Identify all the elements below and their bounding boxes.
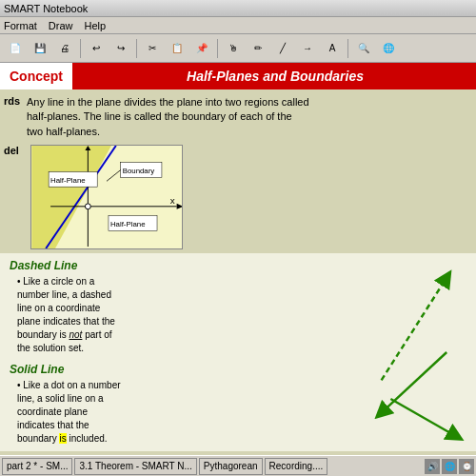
taskbar-btn-2[interactable]: 3.1 Theorem - SMART N... <box>74 458 196 475</box>
svg-line-20 <box>390 399 456 436</box>
title-bar: SMART Notebook <box>0 0 476 17</box>
svg-point-8 <box>85 204 90 209</box>
solid-text1: Like a dot on a number <box>23 380 120 390</box>
toolbar-btn-zoom[interactable]: 🔍 <box>352 37 375 60</box>
words-line1: Any line in the plane divides the plane … <box>27 96 309 108</box>
graph-svg: x Half-Plane Half-Plane Boundary <box>31 146 182 248</box>
dashed-line-title: Dashed Line <box>10 259 343 272</box>
toolbar-btn-select[interactable]: 🖱 <box>222 37 245 60</box>
toolbar-sep-4 <box>347 39 348 58</box>
words-label: rds <box>0 95 27 139</box>
taskbar-btn-4[interactable]: Recording.... <box>265 458 328 475</box>
toolbar-sep-1 <box>80 39 81 58</box>
menu-bar: Format Draw Help <box>0 17 476 34</box>
menu-help[interactable]: Help <box>85 20 107 31</box>
toolbar-btn-text[interactable]: A <box>321 37 344 60</box>
lower-section: Dashed Line Like a circle on a number li… <box>0 253 476 451</box>
toolbar-sep-3 <box>217 39 218 58</box>
taskbar-right: 🔊 🌐 ⌚ <box>425 459 474 474</box>
menu-draw[interactable]: Draw <box>49 20 73 31</box>
svg-text:Half-Plane: Half-Plane <box>110 221 146 229</box>
toolbar-btn-arrow[interactable]: → <box>296 37 319 60</box>
main-content: Concept Half-Planes and Boundaries rds A… <box>0 63 476 455</box>
solid-bullet: Like a dot on a number line, a solid lin… <box>10 379 343 446</box>
words-line2: half-planes. The line is called the boun… <box>27 110 292 122</box>
toolbar-btn-2[interactable]: 💾 <box>29 37 51 60</box>
toolbar-btn-paste[interactable]: 📌 <box>190 37 213 60</box>
toolbar-btn-3[interactable]: 🖨 <box>53 37 76 60</box>
dashed-text3: line on a coordinate <box>17 303 100 313</box>
dashed-bullet: Like a circle on a number line, a dashed… <box>10 275 343 355</box>
words-section: rds Any line in the plane divides the pl… <box>0 89 476 143</box>
solid-line-title: Solid Line <box>10 363 343 376</box>
model-label: del <box>0 145 27 249</box>
solid-text3: coordinate plane <box>17 407 88 417</box>
toolbar-btn-pen[interactable]: ✏ <box>247 37 269 60</box>
solid-text4: indicates that the <box>17 420 89 430</box>
solid-text5: boundary <box>17 433 57 444</box>
svg-text:Boundary: Boundary <box>123 168 155 176</box>
solid-text2: line, a solid line on a <box>17 393 104 404</box>
arrows-svg <box>352 259 466 446</box>
words-line3: two half-planes. <box>27 126 100 137</box>
concept-title: Half-Planes and Boundaries <box>74 63 476 89</box>
dashed-text2: number line, a dashed <box>17 289 111 300</box>
toolbar: 📄 💾 🖨 ↩ ↪ ✂ 📋 📌 🖱 ✏ ╱ → A 🔍 🌐 <box>0 34 476 63</box>
taskbar: part 2 * - SM... 3.1 Theorem - SMART N..… <box>0 455 476 476</box>
taskbar-icon-2: 🌐 <box>442 459 457 474</box>
svg-line-18 <box>382 278 447 381</box>
toolbar-btn-cut[interactable]: ✂ <box>141 37 164 60</box>
toolbar-btn-1[interactable]: 📄 <box>4 37 27 60</box>
svg-text:x: x <box>170 195 175 206</box>
toolbar-btn-redo[interactable]: ↪ <box>109 37 132 60</box>
model-section: del x <box>0 143 476 251</box>
taskbar-btn-3[interactable]: Pythagorean <box>199 458 263 475</box>
dashed-text5: boundary is <box>17 329 67 340</box>
taskbar-btn-1[interactable]: part 2 * - SM... <box>2 458 72 475</box>
svg-line-19 <box>382 352 447 413</box>
dashed-text1: Like a circle on a <box>23 276 94 287</box>
concept-header: Concept Half-Planes and Boundaries <box>0 63 476 89</box>
title-bar-text: SMART Notebook <box>4 3 88 14</box>
dashed-text6: part of <box>85 329 111 340</box>
toolbar-sep-2 <box>136 39 137 58</box>
arrow-area <box>352 259 466 446</box>
dashed-text4: plane indicates that the <box>17 316 115 327</box>
dashed-text7: the solution set. <box>17 343 84 353</box>
toolbar-btn-line[interactable]: ╱ <box>271 37 294 60</box>
solid-highlight: is <box>59 433 66 444</box>
concept-label: Concept <box>0 63 74 89</box>
dashed-not: not <box>69 329 82 340</box>
taskbar-icon-1: 🔊 <box>425 459 440 474</box>
words-text: Any line in the plane divides the plane … <box>27 95 309 139</box>
taskbar-icon-3: ⌚ <box>459 459 474 474</box>
menu-format[interactable]: Format <box>4 20 37 31</box>
solid-text6: included. <box>69 433 108 444</box>
toolbar-btn-copy[interactable]: 📋 <box>166 37 188 60</box>
svg-text:Half-Plane: Half-Plane <box>50 176 86 185</box>
toolbar-btn-web[interactable]: 🌐 <box>377 37 400 60</box>
dashed-solid-text: Dashed Line Like a circle on a number li… <box>10 259 343 446</box>
toolbar-btn-undo[interactable]: ↩ <box>85 37 108 60</box>
graph-box: x Half-Plane Half-Plane Boundary <box>30 145 183 249</box>
